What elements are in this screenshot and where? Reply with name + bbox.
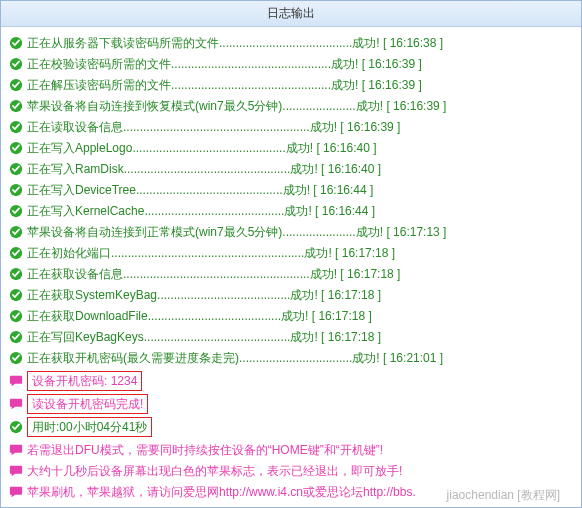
- log-line: 正在初始化端口.................................…: [9, 243, 575, 263]
- log-line: 苹果设备将自动连接到正常模式(win7最久5分钟)...............…: [9, 222, 575, 242]
- log-text: 正在获取开机密码(最久需要进度条走完): [27, 348, 239, 368]
- log-line: 正在获取SystemKeyBag........................…: [9, 285, 575, 305]
- dots-filler: ........................................…: [124, 159, 291, 179]
- check-icon: [9, 78, 23, 92]
- dots-filler: ........................................…: [171, 75, 331, 95]
- dots-filler: ........................................…: [171, 54, 331, 74]
- check-icon: [9, 225, 23, 239]
- log-line: 正在写入DeviceTree..........................…: [9, 180, 575, 200]
- info-line: 大约十几秒后设备屏幕出现白色的苹果标志，表示已经退出，即可放手!: [9, 461, 575, 481]
- log-text: 正在写入RamDisk: [27, 159, 124, 179]
- log-text: 正在校验读密码所需的文件: [27, 54, 171, 74]
- done-box: 读设备开机密码完成!: [27, 394, 148, 414]
- log-status: 成功! [ 16:16:44 ]: [284, 201, 375, 221]
- info-text: 苹果刷机，苹果越狱，请访问爱思网http://www.i4.cn或爱思论坛htt…: [27, 482, 416, 502]
- log-status: 成功! [ 16:16:38 ]: [352, 33, 443, 53]
- log-text: 正在获取DownloadFile: [27, 306, 148, 326]
- log-text: 正在写回KeyBagKeys: [27, 327, 144, 347]
- log-line: 正在获取设备信息................................…: [9, 264, 575, 284]
- log-status: 成功! [ 16:17:18 ]: [290, 285, 381, 305]
- log-text: 正在读取设备信息: [27, 117, 123, 137]
- log-line: 正在写入AppleLogo...........................…: [9, 138, 575, 158]
- check-icon: [9, 351, 23, 365]
- check-icon: [9, 246, 23, 260]
- panel-header: 日志输出: [1, 1, 581, 27]
- done-line: 读设备开机密码完成!: [9, 394, 575, 414]
- check-icon: [9, 309, 23, 323]
- password-box: 设备开机密码: 1234: [27, 371, 142, 391]
- log-line: 正在校验读密码所需的文件............................…: [9, 54, 575, 74]
- check-icon: [9, 267, 23, 281]
- dots-filler: ........................................…: [136, 180, 283, 200]
- dots-filler: ......................: [282, 222, 355, 242]
- log-text: 正在获取SystemKeyBag: [27, 285, 157, 305]
- check-icon: [9, 330, 23, 344]
- log-text: 苹果设备将自动连接到恢复模式(win7最久5分钟): [27, 96, 282, 116]
- password-value: 1234: [111, 374, 138, 388]
- log-text: 正在从服务器下载读密码所需的文件: [27, 33, 219, 53]
- speech-icon: [9, 443, 23, 457]
- speech-icon: [9, 397, 23, 411]
- password-result-line: 设备开机密码: 1234: [9, 371, 575, 391]
- log-output-area[interactable]: 正在从服务器下载读密码所需的文件........................…: [1, 27, 581, 508]
- log-status: 成功! [ 16:17:18 ]: [310, 264, 401, 284]
- dots-filler: ........................................: [157, 285, 290, 305]
- log-status: 成功! [ 16:21:01 ]: [352, 348, 443, 368]
- check-icon: [9, 99, 23, 113]
- log-text: 正在解压读密码所需的文件: [27, 75, 171, 95]
- elapsed-box: 用时:00小时04分41秒: [27, 417, 152, 437]
- log-line: 正在获取DownloadFile........................…: [9, 306, 575, 326]
- log-status: 成功! [ 16:16:40 ]: [290, 159, 381, 179]
- dots-filler: ........................................…: [111, 243, 304, 263]
- password-label: 设备开机密码:: [32, 374, 111, 388]
- log-text: 苹果设备将自动连接到正常模式(win7最久5分钟): [27, 222, 282, 242]
- dots-filler: ........................................: [219, 33, 352, 53]
- log-text: 正在写入KernelCache: [27, 201, 144, 221]
- log-status: 成功! [ 16:16:39 ]: [331, 75, 422, 95]
- check-icon: [9, 288, 23, 302]
- log-status: 成功! [ 16:17:18 ]: [304, 243, 395, 263]
- check-icon: [9, 57, 23, 71]
- dots-filler: ..................................: [239, 348, 352, 368]
- log-line: 正在解压读密码所需的文件............................…: [9, 75, 575, 95]
- log-status: 成功! [ 16:16:40 ]: [286, 138, 377, 158]
- log-text: 正在初始化端口: [27, 243, 111, 263]
- speech-icon: [9, 374, 23, 388]
- log-line: 正在写回KeyBagKeys..........................…: [9, 327, 575, 347]
- speech-icon: [9, 485, 23, 499]
- log-line: 苹果设备将自动连接到恢复模式(win7最久5分钟)...............…: [9, 96, 575, 116]
- dots-filler: ........................................…: [144, 201, 284, 221]
- log-line: 正在从服务器下载读密码所需的文件........................…: [9, 33, 575, 53]
- log-status: 成功! [ 16:17:13 ]: [356, 222, 447, 242]
- log-status: 成功! [ 16:16:39 ]: [310, 117, 401, 137]
- speech-icon: [9, 464, 23, 478]
- info-text: 若需退出DFU模式，需要同时持续按住设备的“HOME键”和“开机键”!: [27, 440, 383, 460]
- log-line: 正在写入KernelCache.........................…: [9, 201, 575, 221]
- log-text: 正在获取设备信息: [27, 264, 123, 284]
- log-line: 正在获取开机密码(最久需要进度条走完).....................…: [9, 348, 575, 368]
- dots-filler: ........................................…: [132, 138, 285, 158]
- check-icon: [9, 183, 23, 197]
- dots-filler: ........................................…: [123, 117, 310, 137]
- panel-title: 日志输出: [267, 6, 315, 20]
- dots-filler: ........................................: [148, 306, 281, 326]
- dots-filler: ......................: [282, 96, 355, 116]
- elapsed-line: 用时:00小时04分41秒: [9, 417, 575, 437]
- log-status: 成功! [ 16:17:18 ]: [281, 306, 372, 326]
- check-icon: [9, 420, 23, 434]
- check-icon: [9, 141, 23, 155]
- log-status: 成功! [ 16:16:44 ]: [283, 180, 374, 200]
- log-line: 正在读取设备信息................................…: [9, 117, 575, 137]
- info-line: 若需退出DFU模式，需要同时持续按住设备的“HOME键”和“开机键”!: [9, 440, 575, 460]
- dots-filler: ........................................…: [144, 327, 291, 347]
- log-status: 成功! [ 16:16:39 ]: [331, 54, 422, 74]
- dots-filler: ........................................…: [123, 264, 310, 284]
- log-line: 正在写入RamDisk.............................…: [9, 159, 575, 179]
- log-status: 成功! [ 16:17:18 ]: [290, 327, 381, 347]
- log-status: 成功! [ 16:16:39 ]: [356, 96, 447, 116]
- check-icon: [9, 120, 23, 134]
- check-icon: [9, 162, 23, 176]
- info-line: 苹果刷机，苹果越狱，请访问爱思网http://www.i4.cn或爱思论坛htt…: [9, 482, 575, 502]
- log-text: 正在写入AppleLogo: [27, 138, 132, 158]
- log-text: 正在写入DeviceTree: [27, 180, 136, 200]
